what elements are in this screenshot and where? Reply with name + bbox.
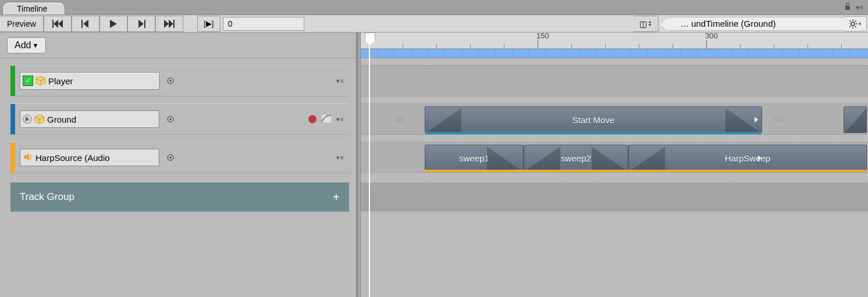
track-menu-icon[interactable]: ▾≡ [336, 154, 344, 162]
ruler-tick [605, 44, 606, 48]
svg-marker-2 [58, 20, 63, 28]
svg-marker-9 [169, 20, 173, 28]
object-picker-icon[interactable] [165, 114, 176, 124]
lock-icon[interactable] [844, 2, 851, 12]
ruler-tick [706, 40, 707, 48]
add-to-group-button[interactable]: + [333, 191, 340, 204]
play-range-button[interactable]: [▶] [197, 16, 220, 32]
edit-mode-button[interactable]: ◫‡ [633, 16, 659, 32]
timeline-tab[interactable]: Timeline [2, 2, 65, 15]
svg-rect-3 [81, 20, 83, 28]
clips-panel: 0150300 ∞ Start Move ∞ [361, 33, 868, 297]
track-group-label: Track Group [20, 191, 74, 203]
add-track-button[interactable]: Add ▼ [7, 37, 46, 53]
clip-label: sweep2 [561, 153, 591, 163]
track-header-harpsource[interactable]: HarpSource (Audio ▾≡ [10, 142, 349, 173]
clip-sweep2[interactable]: sweep2 [524, 145, 628, 171]
svg-point-32 [170, 157, 172, 159]
svg-marker-24 [26, 117, 29, 121]
svg-marker-37 [525, 146, 560, 171]
svg-marker-1 [54, 20, 58, 28]
time-ruler[interactable]: 0150300 [361, 33, 868, 49]
prev-frame-button[interactable] [72, 16, 99, 32]
ruler-tick [403, 44, 403, 48]
track-binding-field[interactable]: Ground [20, 110, 159, 128]
asset-name-label: … undTimeline (Ground) [680, 19, 776, 28]
clip-sweep1[interactable]: sweep1 [425, 145, 524, 171]
ease-in-icon [845, 108, 866, 133]
svg-line-19 [855, 20, 856, 22]
track-name-label: Player [48, 76, 73, 86]
preview-button[interactable]: Preview [0, 16, 44, 32]
track-lane-player[interactable] [361, 65, 868, 96]
track-lane-harpsource[interactable]: sweep1 sweep2 HarpSweep [361, 142, 868, 173]
record-button[interactable] [308, 115, 316, 123]
clip-fragment[interactable] [844, 106, 867, 133]
track-color-strip [10, 66, 15, 96]
dropdown-arrow-icon: ▼ [32, 42, 38, 49]
clip-harpsweep[interactable]: HarpSweep [628, 145, 867, 171]
svg-marker-30 [24, 153, 29, 161]
object-picker-icon[interactable] [165, 76, 176, 86]
track-lane-ground[interactable]: ∞ Start Move ∞ [361, 103, 868, 135]
clip-underline [425, 132, 762, 134]
svg-marker-38 [592, 146, 627, 171]
clip-label: sweep1 [459, 153, 489, 163]
playback-toolbar: Preview [▶] 0 ◫‡ … undTimeline (Ground) … [0, 15, 868, 33]
track-name-label: HarpSource (Audio [35, 153, 110, 163]
playhead[interactable] [369, 33, 370, 297]
add-button-label: Add [15, 40, 31, 51]
ruler-tick [774, 44, 774, 48]
infinity-icon: ∞ [394, 112, 403, 127]
ruler-tick [841, 44, 842, 48]
svg-marker-6 [138, 20, 144, 28]
frame-field[interactable]: 0 [223, 17, 304, 31]
goto-start-button[interactable] [44, 16, 72, 32]
track-menu-icon[interactable]: ▾≡ [336, 77, 344, 85]
infinity-icon: ∞ [774, 112, 782, 127]
ruler-tick [571, 44, 572, 48]
timeline-asset-breadcrumb[interactable]: … undTimeline (Ground) [668, 17, 842, 31]
track-lane-group[interactable] [361, 183, 868, 212]
context-menu-icon[interactable]: ▾≡ [856, 3, 863, 12]
ruler-tick [436, 44, 437, 48]
ease-out-icon [487, 146, 522, 171]
track-group-header[interactable]: Track Group + [10, 183, 349, 212]
track-header-ground[interactable]: Ground ▾≡ [10, 103, 349, 135]
ruler-tick-label: 150 [536, 33, 549, 40]
gameobject-icon [35, 76, 46, 86]
svg-point-28 [170, 119, 172, 120]
curves-icon[interactable] [321, 114, 332, 125]
svg-marker-8 [164, 20, 169, 28]
svg-marker-33 [426, 108, 461, 133]
foldout-icon[interactable] [23, 114, 32, 124]
ruler-tick [807, 44, 808, 48]
svg-marker-36 [487, 146, 522, 171]
play-button[interactable] [99, 16, 127, 32]
track-menu-icon[interactable]: ▾≡ [336, 116, 344, 123]
clip-start-move[interactable]: Start Move [425, 106, 762, 133]
track-header-panel: Add ▼ ✓ Player ▾≡ [0, 33, 357, 297]
track-binding-field[interactable]: ✓ Player [20, 72, 159, 90]
svg-line-17 [855, 26, 856, 27]
speaker-icon [23, 152, 33, 164]
svg-point-11 [851, 22, 855, 26]
object-picker-icon[interactable] [165, 152, 176, 163]
track-color-strip [10, 104, 15, 134]
ease-out-icon [592, 146, 627, 171]
goto-end-button[interactable] [155, 16, 183, 32]
ruler-tick [538, 40, 538, 48]
scrubber-band[interactable] [361, 49, 868, 58]
clip-arrow-icon [758, 155, 762, 161]
window-tab-bar: Timeline ▾≡ [0, 0, 868, 15]
track-header-player[interactable]: ✓ Player ▾≡ [10, 65, 349, 96]
svg-point-23 [170, 80, 172, 82]
clip-label: Start Move [572, 115, 615, 125]
ease-in-icon [525, 146, 560, 171]
next-frame-button[interactable] [127, 16, 155, 32]
ruler-tick [673, 44, 673, 48]
clip-arrow-icon [755, 117, 758, 123]
svg-marker-39 [630, 146, 665, 171]
gameobject-icon [34, 114, 45, 124]
track-binding-field[interactable]: HarpSource (Audio [20, 149, 159, 166]
